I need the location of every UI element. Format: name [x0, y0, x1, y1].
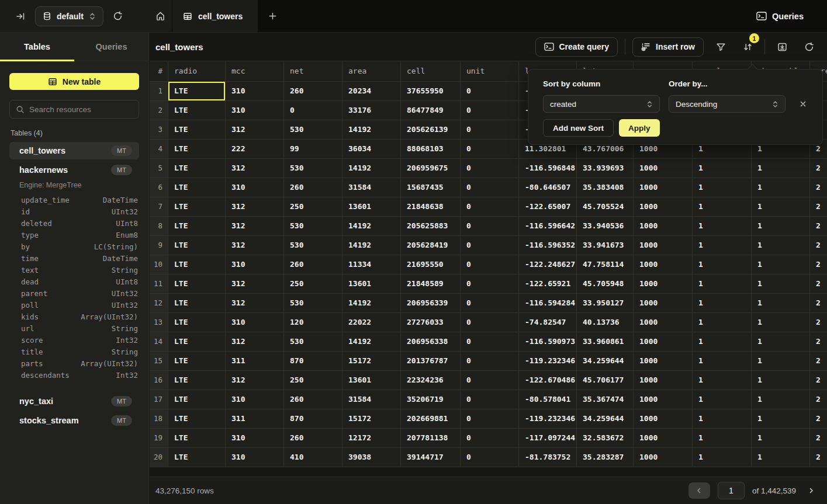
table-cell[interactable]: 870	[284, 352, 342, 371]
row-number[interactable]: 19	[150, 429, 168, 448]
table-cell[interactable]: 1	[693, 332, 752, 352]
table-cell[interactable]: 1	[693, 255, 752, 274]
table-cell[interactable]: 312	[226, 197, 284, 217]
table-cell[interactable]: 311	[226, 352, 284, 371]
table-cell[interactable]: 1	[752, 255, 810, 274]
table-cell[interactable]: 0	[461, 313, 519, 332]
table-cell[interactable]: 21848638	[401, 197, 461, 217]
table-cell[interactable]: 310	[226, 448, 284, 467]
table-cell[interactable]: 13601	[342, 197, 401, 217]
row-number[interactable]: 15	[150, 352, 168, 371]
table-cell[interactable]: 530	[284, 332, 342, 352]
table-cell[interactable]: 33.940536	[577, 217, 634, 236]
insert-row-button[interactable]: Insert row	[632, 37, 704, 57]
table-cell[interactable]: -116.596848	[519, 159, 577, 178]
table-cell[interactable]: 39144717	[401, 448, 461, 467]
column-header-rownum[interactable]: #	[150, 61, 168, 82]
table-cell[interactable]: 1	[693, 313, 752, 332]
table-cell[interactable]: 14192	[342, 120, 401, 140]
row-number[interactable]: 14	[150, 332, 168, 352]
table-cell[interactable]: -116.594284	[519, 294, 577, 313]
table-cell[interactable]: 0	[461, 82, 519, 101]
table-cell[interactable]: 14192	[342, 294, 401, 313]
row-number[interactable]: 8	[150, 217, 168, 236]
table-cell[interactable]: 45.706177	[577, 371, 634, 390]
row-number[interactable]: 11	[150, 274, 168, 294]
table-cell[interactable]: 0	[461, 159, 519, 178]
table-cell[interactable]: 250	[284, 274, 342, 294]
table-cell[interactable]: -74.82547	[519, 313, 577, 332]
table-cell[interactable]: 1	[752, 352, 810, 371]
table-cell[interactable]: 1	[693, 294, 752, 313]
table-cell[interactable]: 1	[693, 352, 752, 371]
table-cell[interactable]: 35.383408	[577, 178, 634, 197]
table-cell[interactable]: 2	[810, 332, 827, 352]
table-cell[interactable]: 1	[752, 178, 810, 197]
table-cell[interactable]: LTE	[168, 120, 226, 140]
table-cell[interactable]: LTE	[168, 159, 226, 178]
tab-cell-towers[interactable]: cell_towers	[172, 0, 258, 32]
table-cell[interactable]: 1	[693, 274, 752, 294]
table-cell[interactable]: 201376787	[401, 352, 461, 371]
table-cell[interactable]: 11334	[342, 255, 401, 274]
table-cell[interactable]: -116.590973	[519, 332, 577, 352]
new-table-button[interactable]: New table	[9, 73, 139, 90]
sort-order-select[interactable]: Descending	[669, 95, 786, 113]
table-cell[interactable]: 45.705524	[577, 197, 634, 217]
table-cell[interactable]: 45.705948	[577, 274, 634, 294]
create-query-button[interactable]: Create query	[535, 37, 618, 57]
table-cell[interactable]: 205628419	[401, 236, 461, 255]
table-cell[interactable]: 1000	[634, 313, 693, 332]
table-cell[interactable]: 14192	[342, 217, 401, 236]
table-cell[interactable]: 1	[693, 409, 752, 429]
table-cell[interactable]: 206956339	[401, 294, 461, 313]
table-cell[interactable]: 2	[810, 255, 827, 274]
table-cell[interactable]: 1	[693, 448, 752, 467]
table-cell[interactable]: 12172	[342, 429, 401, 448]
table-cell[interactable]: 260	[284, 255, 342, 274]
table-cell[interactable]: 2	[810, 294, 827, 313]
table-cell[interactable]: 13601	[342, 371, 401, 390]
table-cell[interactable]: 312	[226, 217, 284, 236]
table-cell[interactable]: 260	[284, 82, 342, 101]
table-cell[interactable]: 530	[284, 120, 342, 140]
table-cell[interactable]: -80.578041	[519, 390, 577, 409]
row-number[interactable]: 3	[150, 120, 168, 140]
table-cell[interactable]: 2	[810, 352, 827, 371]
table-cell[interactable]: -116.596352	[519, 236, 577, 255]
table-cell[interactable]: 0	[461, 294, 519, 313]
table-cell[interactable]: -119.232346	[519, 352, 577, 371]
table-cell[interactable]: 1000	[634, 255, 693, 274]
table-cell[interactable]: 310	[226, 429, 284, 448]
table-cell[interactable]: 2	[810, 429, 827, 448]
table-cell[interactable]: 0	[461, 140, 519, 159]
apply-sort-button[interactable]: Apply	[619, 119, 660, 137]
table-cell[interactable]: LTE	[168, 178, 226, 197]
table-cell[interactable]: 1	[752, 448, 810, 467]
table-cell[interactable]: 0	[461, 255, 519, 274]
table-cell[interactable]: 0	[461, 390, 519, 409]
sidebar-item-nyc-taxi[interactable]: nyc_taxi MT	[9, 392, 139, 410]
row-number[interactable]: 4	[150, 140, 168, 159]
sort-button[interactable]: 1	[738, 37, 757, 57]
table-cell[interactable]: LTE	[168, 429, 226, 448]
sidebar-item-stocks-stream[interactable]: stocks_stream MT	[9, 412, 139, 429]
table-cell[interactable]: 2	[810, 409, 827, 429]
table-cell[interactable]: -122.65007	[519, 197, 577, 217]
table-cell[interactable]: 410	[284, 448, 342, 467]
table-cell[interactable]: -122.248627	[519, 255, 577, 274]
table-cell[interactable]: 1	[752, 236, 810, 255]
row-number[interactable]: 20	[150, 448, 168, 467]
table-cell[interactable]: 312	[226, 236, 284, 255]
refresh-data-button[interactable]	[799, 37, 819, 57]
table-cell[interactable]: 1	[752, 294, 810, 313]
table-cell[interactable]: 1000	[634, 409, 693, 429]
table-cell[interactable]: 260	[284, 429, 342, 448]
row-number[interactable]: 1	[150, 82, 168, 101]
table-cell[interactable]: 2	[810, 448, 827, 467]
table-cell[interactable]: 530	[284, 159, 342, 178]
table-cell[interactable]: 2	[810, 236, 827, 255]
add-new-sort-button[interactable]: Add new Sort	[543, 119, 614, 137]
table-cell[interactable]: 34.259644	[577, 352, 634, 371]
table-cell[interactable]: 202669881	[401, 409, 461, 429]
